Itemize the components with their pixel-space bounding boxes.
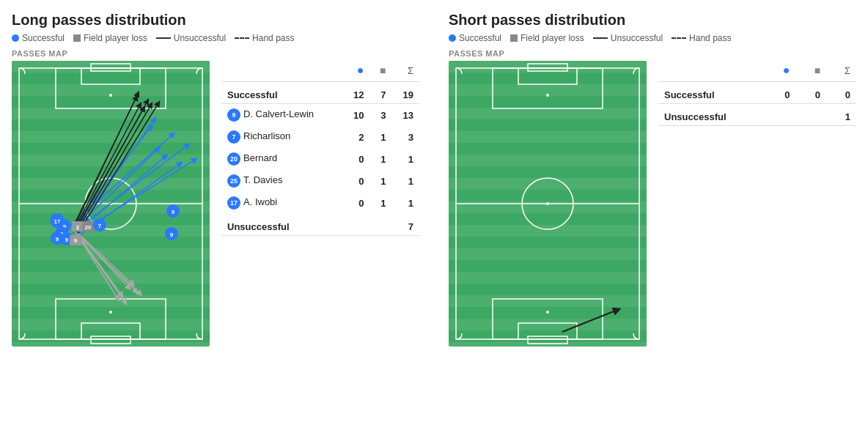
long-passes-stats-table: ● ■ Σ Successful 12 7 19	[221, 61, 419, 236]
unsuccessful-header-row: Unsuccessful 7	[221, 214, 419, 236]
short-passes-content: ● ■ Σ Successful 0 0 0 Unsuc	[449, 61, 856, 347]
sp-legend-unsuccessful: Unsuccessful	[593, 33, 663, 43]
sp-unsuccessful-label: Unsuccessful	[658, 104, 826, 126]
long-passes-field-svg: 17 9 9 9 2 20 7	[12, 61, 210, 347]
short-passes-field	[449, 61, 647, 347]
svg-point-14	[109, 311, 112, 314]
svg-text:9: 9	[74, 237, 78, 244]
short-passes-panel: Short passes distribution Successful Fie…	[449, 12, 856, 347]
iwobi-blue: 0	[342, 192, 369, 214]
col-header-blue: ●	[342, 61, 369, 82]
svg-point-72	[546, 94, 549, 97]
table-row: 20Bernard 0 1 1	[221, 148, 419, 170]
field-player-loss-icon	[73, 34, 81, 42]
player-iwobi: 17A. Iwobi	[221, 192, 342, 214]
table-row: 25T. Davies 0 1 1	[221, 170, 419, 192]
player-badge-25: 25	[227, 174, 240, 188]
gray-square-icon: ■	[380, 64, 386, 76]
sp-legend-successful-label: Successful	[459, 33, 501, 43]
player-badge-9: 9	[227, 108, 240, 122]
svg-point-13	[109, 94, 112, 97]
long-passes-title: Long passes distribution	[12, 12, 419, 29]
short-passes-title: Short passes distribution	[449, 12, 856, 29]
successful-dot-icon	[12, 34, 19, 42]
table-row: 9D. Calvert-Lewin 10 3 13	[221, 104, 419, 127]
legend-successful: Successful	[12, 33, 65, 43]
successful-sigma-count: 19	[392, 82, 420, 104]
calvert-lewin-blue: 10	[342, 104, 369, 127]
svg-text:2: 2	[76, 224, 80, 231]
sp-successful-dot-icon	[449, 34, 456, 42]
player-richarlison: 7Richarlison	[221, 126, 342, 148]
long-passes-field: 17 9 9 9 2 20 7	[12, 61, 210, 347]
sp-legend-hand-pass-label: Hand pass	[689, 33, 731, 43]
table-row: 17A. Iwobi 0 1 1	[221, 192, 419, 214]
player-calvert-lewin: 9D. Calvert-Lewin	[221, 104, 342, 127]
sp-col-header-sigma: Σ	[826, 61, 856, 82]
svg-text:9: 9	[65, 237, 69, 243]
player-bernard: 20Bernard	[221, 148, 342, 170]
legend-field-player-loss: Field player loss	[73, 33, 147, 43]
legend-hand-pass: Hand pass	[235, 33, 294, 43]
bernard-blue: 0	[342, 148, 369, 170]
player-badge-20: 20	[227, 152, 240, 166]
sp-successful-gray-count: 0	[796, 82, 827, 104]
svg-text:20: 20	[85, 224, 92, 231]
col-header-sigma: Σ	[392, 61, 420, 82]
unsuccessful-label: Unsuccessful	[221, 214, 392, 236]
sp-legend-hand-pass: Hand pass	[672, 33, 731, 43]
table-row: 7Richarlison 2 1 3	[221, 126, 419, 148]
short-passes-legend: Successful Field player loss Unsuccessfu…	[449, 33, 856, 43]
calvert-lewin-sigma: 13	[392, 104, 420, 127]
legend-unsuccessful: Unsuccessful	[156, 33, 226, 43]
short-passes-stats-table: ● ■ Σ Successful 0 0 0 Unsuc	[658, 61, 856, 126]
sp-unsuccessful-line-icon	[593, 37, 608, 39]
sp-unsuccessful-header-row: Unsuccessful 1	[658, 104, 856, 126]
legend-successful-label: Successful	[22, 33, 65, 43]
unsuccessful-line-icon	[156, 37, 171, 39]
svg-text:9: 9	[56, 236, 59, 243]
legend-unsuccessful-label: Unsuccessful	[174, 33, 226, 43]
sp-table-header-row: ● ■ Σ	[658, 61, 856, 82]
svg-text:9: 9	[172, 209, 175, 215]
richarlison-sigma: 3	[392, 126, 420, 148]
sp-blue-dot-icon: ●	[783, 64, 790, 76]
iwobi-sigma: 1	[392, 192, 420, 214]
sp-successful-sigma-count: 0	[826, 82, 856, 104]
successful-blue-count: 12	[342, 82, 369, 104]
sp-successful-blue-count: 0	[764, 82, 796, 104]
calvert-lewin-gray: 3	[369, 104, 391, 127]
long-passes-map-label: PASSES MAP	[12, 49, 419, 58]
sp-legend-field-player-loss: Field player loss	[510, 33, 584, 43]
short-passes-field-svg	[449, 61, 647, 347]
short-passes-map-label: PASSES MAP	[449, 49, 856, 58]
long-passes-panel: Long passes distribution Successful Fiel…	[12, 12, 419, 347]
bernard-sigma: 1	[392, 148, 420, 170]
sp-successful-header-row: Successful 0 0 0	[658, 82, 856, 104]
player-badge-7: 7	[227, 130, 240, 144]
table-header-row: ● ■ Σ	[221, 61, 419, 82]
successful-header-row: Successful 12 7 19	[221, 82, 419, 104]
iwobi-gray: 1	[369, 192, 391, 214]
sp-col-header-name	[658, 61, 764, 82]
davies-gray: 1	[369, 170, 391, 192]
unsuccessful-sigma-count: 7	[392, 214, 420, 236]
player-davies: 25T. Davies	[221, 170, 342, 192]
sp-unsuccessful-sigma-count: 1	[826, 104, 856, 126]
legend-hand-pass-label: Hand pass	[252, 33, 294, 43]
sp-hand-pass-dash-icon	[672, 37, 686, 39]
sp-col-header-gray: ■	[796, 61, 827, 82]
richarlison-gray: 1	[369, 126, 391, 148]
sp-legend-unsuccessful-label: Unsuccessful	[611, 33, 663, 43]
svg-text:7: 7	[98, 223, 102, 229]
blue-dot-icon: ●	[357, 64, 364, 76]
svg-text:9: 9	[170, 232, 174, 238]
main-container: Long passes distribution Successful Fiel…	[12, 12, 856, 347]
sp-legend-successful: Successful	[449, 33, 501, 43]
richarlison-blue: 2	[342, 126, 369, 148]
long-passes-content: 17 9 9 9 2 20 7	[12, 61, 419, 347]
sp-col-header-blue: ●	[764, 61, 796, 82]
successful-label: Successful	[221, 82, 342, 104]
davies-sigma: 1	[392, 170, 420, 192]
player-badge-17: 17	[227, 196, 240, 210]
